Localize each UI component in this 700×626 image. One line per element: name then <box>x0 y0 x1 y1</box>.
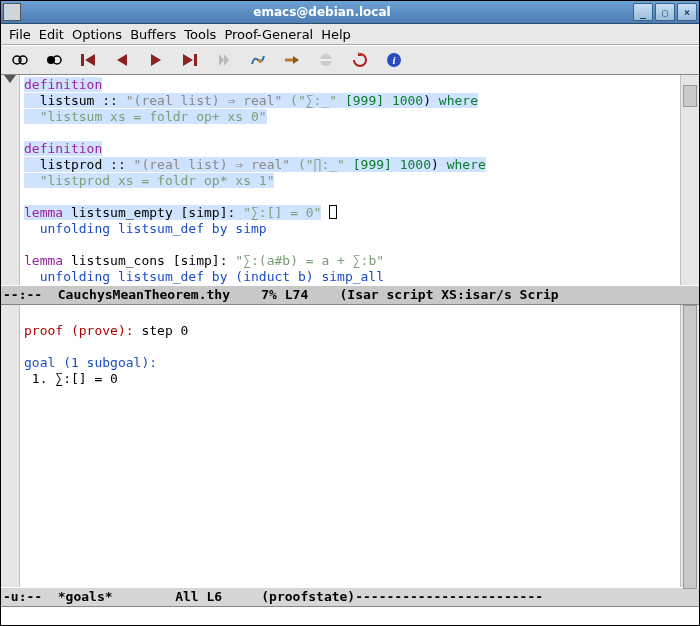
src-listprod-prio: [999] 1000 <box>353 157 431 172</box>
lemma2-goal: "∑:(a#b) = a + ∑:b" <box>235 253 384 268</box>
modeline-source[interactable]: --:-- CauchysMeanTheorem.thy 7% L74 (Isa… <box>1 285 699 305</box>
svg-marker-6 <box>117 54 127 66</box>
goals-proof-header-b: step 0 <box>141 323 188 338</box>
info-icon[interactable]: i <box>383 49 405 71</box>
scrollbar-bot[interactable] <box>680 305 699 587</box>
src-listsum-syntax: ("∑:_" <box>282 93 345 108</box>
fringe-left-top <box>1 75 20 285</box>
src-listsum-def: "listsum xs = foldr op+ xs 0" <box>24 109 267 124</box>
lemma2-attr: [simp]: <box>173 253 236 268</box>
step-back-icon[interactable] <box>111 49 133 71</box>
src-listprod-syntax: ("∏:_" <box>290 157 353 172</box>
goto-icon <box>213 49 235 71</box>
lemma2-name: listsum_cons <box>63 253 173 268</box>
menu-file[interactable]: File <box>5 25 35 44</box>
minimize-button[interactable]: _ <box>633 3 653 21</box>
svg-marker-13 <box>293 56 299 64</box>
window-buttons: _ ▢ × <box>633 3 697 21</box>
menu-edit[interactable]: Edit <box>35 25 68 44</box>
goals-buffer[interactable]: proof (prove): step 0 goal (1 subgoal): … <box>20 305 680 587</box>
command-icon[interactable] <box>281 49 303 71</box>
close-button[interactable]: × <box>677 3 697 21</box>
step-forward-icon[interactable] <box>145 49 167 71</box>
lemma1-name: listsum_empty <box>63 205 180 220</box>
lemma1-attr: [simp]: <box>181 205 244 220</box>
src-listprod-close: ) <box>431 157 447 172</box>
toolbar: i <box>1 45 699 75</box>
goals-count: goal (1 subgoal): <box>24 355 157 370</box>
use-point-icon[interactable] <box>179 49 201 71</box>
modeline-source-text: --:-- CauchysMeanTheorem.thy 7% L74 (Isa… <box>3 287 559 302</box>
titlebar: emacs@debian.local _ ▢ × <box>1 1 699 24</box>
svg-rect-9 <box>194 54 197 66</box>
source-pane: definition listsum :: "(real list) ⇒ rea… <box>1 75 699 285</box>
src-listsum-prio: [999] 1000 <box>345 93 423 108</box>
src-listprod-sig-pre: listprod :: <box>24 157 134 172</box>
scroll-thumb-bot[interactable] <box>683 305 697 589</box>
kw-definition-1: definition <box>24 77 102 92</box>
kw-where-2: where <box>447 157 486 172</box>
point-cursor <box>329 205 337 219</box>
find-icon[interactable] <box>247 49 269 71</box>
svg-marker-10 <box>219 54 224 66</box>
lemma1-proof: unfolding listsum_def by simp <box>24 221 267 236</box>
source-buffer[interactable]: definition listsum :: "(real list) ⇒ rea… <box>20 75 680 285</box>
kw-lemma-1: lemma <box>24 205 63 220</box>
svg-marker-5 <box>85 54 95 66</box>
src-listsum-type: "(real list) ⇒ real" <box>126 93 283 108</box>
echo-area[interactable] <box>1 607 699 625</box>
menu-tools[interactable]: Tools <box>180 25 220 44</box>
scroll-thumb-top[interactable] <box>683 85 697 107</box>
fringe-left-bot <box>1 305 20 587</box>
goals-pane: proof (prove): step 0 goal (1 subgoal): … <box>1 305 699 587</box>
undo-step-icon[interactable] <box>77 49 99 71</box>
src-listsum-sig-pre: listsum :: <box>24 93 126 108</box>
src-listprod-def: "listprod xs = foldr op* xs 1" <box>24 173 274 188</box>
app-icon <box>3 3 21 21</box>
goal-1: 1. ∑:[] = 0 <box>24 371 118 386</box>
src-listsum-close: ) <box>423 93 439 108</box>
lemma2-proof: unfolding listsum_def by (induct b) simp… <box>24 269 384 284</box>
svg-point-12 <box>258 59 262 63</box>
menu-help[interactable]: Help <box>317 25 355 44</box>
menu-bar: File Edit Options Buffers Tools Proof-Ge… <box>1 24 699 45</box>
show-context-icon[interactable] <box>43 49 65 71</box>
menu-buffers[interactable]: Buffers <box>126 25 180 44</box>
svg-point-1 <box>19 56 27 64</box>
fringe-continuation-icon <box>4 75 16 83</box>
kw-definition-2: definition <box>24 141 102 156</box>
svg-marker-7 <box>151 54 161 66</box>
show-state-icon[interactable] <box>9 49 31 71</box>
emacs-window: emacs@debian.local _ ▢ × File Edit Optio… <box>0 0 700 626</box>
editor-area: definition listsum :: "(real list) ⇒ rea… <box>1 75 699 625</box>
interrupt-icon <box>315 49 337 71</box>
modeline-goals[interactable]: -u:-- *goals* All L6 (proofstate)-------… <box>1 587 699 607</box>
lemma1-goal: "∑:[] = 0" <box>243 205 321 220</box>
svg-marker-8 <box>183 54 193 66</box>
kw-lemma-2: lemma <box>24 253 63 268</box>
menu-options[interactable]: Options <box>68 25 126 44</box>
modeline-goals-text: -u:-- *goals* All L6 (proofstate)-------… <box>3 589 543 604</box>
window-title: emacs@debian.local <box>27 5 633 19</box>
restart-icon[interactable] <box>349 49 371 71</box>
goals-proof-header-a: proof (prove): <box>24 323 141 338</box>
maximize-button[interactable]: ▢ <box>655 3 675 21</box>
menu-proofgeneral[interactable]: Proof-General <box>220 25 317 44</box>
svg-rect-4 <box>81 54 84 66</box>
scrollbar-top[interactable] <box>680 75 699 285</box>
svg-marker-11 <box>224 54 229 66</box>
kw-where-1: where <box>439 93 478 108</box>
src-listprod-type: "(real list) ⇒ real" <box>134 157 291 172</box>
svg-rect-15 <box>320 59 332 61</box>
